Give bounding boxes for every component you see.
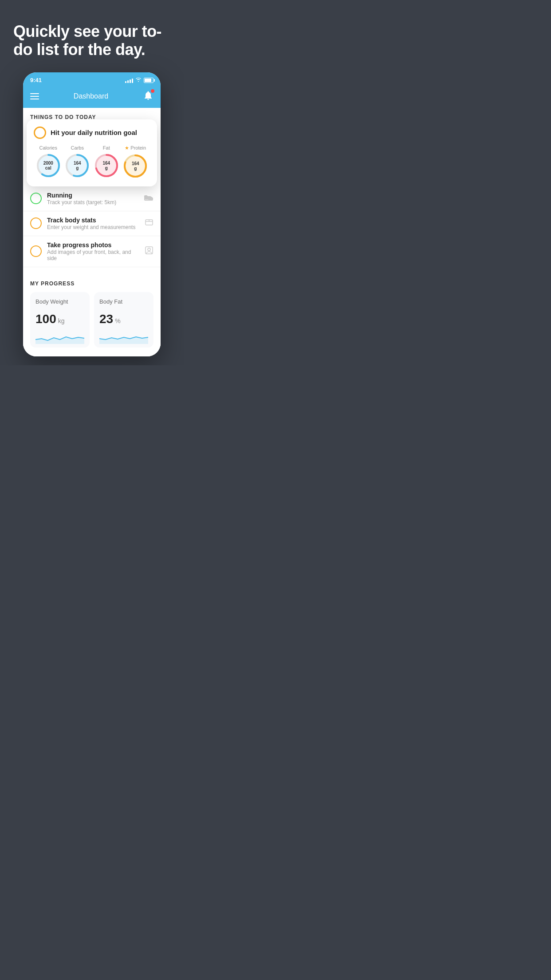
body-stats-subtitle: Enter your weight and measurements xyxy=(47,224,139,230)
body-stats-text: Track body stats Enter your weight and m… xyxy=(47,217,139,230)
calories-value: 2000cal xyxy=(43,161,53,170)
hero-title: Quickly see your to-do list for the day. xyxy=(13,22,170,59)
body-fat-chart xyxy=(99,331,148,344)
running-subtitle: Track your stats (target: 5km) xyxy=(47,199,138,205)
bottom-spacer xyxy=(0,356,184,365)
fat-item: Fat 164g xyxy=(93,145,120,179)
protein-chart: 164g xyxy=(122,153,149,179)
star-icon: ★ xyxy=(125,145,129,151)
card-title-row: Hit your daily nutrition goal xyxy=(34,126,150,139)
signal-bars-icon xyxy=(125,78,133,83)
svg-point-16 xyxy=(148,248,150,251)
signal-bar-3 xyxy=(130,79,131,83)
app-header: Dashboard xyxy=(23,87,161,108)
progress-cards: Body Weight 100 kg xyxy=(30,292,153,348)
body-fat-label: Body Fat xyxy=(99,298,148,305)
menu-line-2 xyxy=(30,96,39,97)
todo-item-photos[interactable]: Take progress photos Add images of your … xyxy=(23,236,161,267)
hamburger-menu-button[interactable] xyxy=(30,93,39,99)
body-stats-title: Track body stats xyxy=(47,217,139,224)
body-weight-chart xyxy=(35,331,84,344)
nutrition-card-title: Hit your daily nutrition goal xyxy=(51,129,137,136)
body-fat-value: 23 % xyxy=(99,312,148,326)
calories-label: Calories xyxy=(39,145,57,150)
protein-item: ★ Protein 164g xyxy=(122,145,149,179)
todo-item-body-stats[interactable]: Track body stats Enter your weight and m… xyxy=(23,211,161,236)
notification-dot xyxy=(151,89,154,93)
shoe-icon xyxy=(144,194,153,204)
scale-icon xyxy=(145,218,153,229)
nutrition-card: Hit your daily nutrition goal Calories xyxy=(27,119,157,186)
task-check-circle[interactable] xyxy=(34,126,46,139)
todo-item-running[interactable]: Running Track your stats (target: 5km) xyxy=(23,186,161,211)
signal-bar-4 xyxy=(132,79,133,83)
app-content: THINGS TO DO TODAY Hit your daily nutrit… xyxy=(23,108,161,356)
page-wrapper: Quickly see your to-do list for the day.… xyxy=(0,0,184,365)
battery-icon xyxy=(144,78,153,83)
running-text: Running Track your stats (target: 5km) xyxy=(47,192,138,205)
body-weight-card: Body Weight 100 kg xyxy=(30,292,90,348)
menu-line-1 xyxy=(30,93,39,94)
status-bar: 9:41 xyxy=(23,72,161,87)
carbs-chart: 164g xyxy=(64,152,91,179)
status-icons xyxy=(125,77,153,83)
body-stats-check-circle[interactable] xyxy=(30,217,42,229)
body-fat-card: Body Fat 23 % xyxy=(94,292,153,348)
photos-text: Take progress photos Add images of your … xyxy=(47,241,139,261)
fat-label: Fat xyxy=(103,145,110,150)
fat-value: 164g xyxy=(102,161,110,170)
body-weight-unit: kg xyxy=(58,317,65,324)
nutrition-grid: Calories 2000cal xyxy=(34,145,150,179)
fat-chart: 164g xyxy=(93,152,120,179)
menu-line-3 xyxy=(30,99,39,99)
calories-chart: 2000cal xyxy=(35,152,62,179)
running-check-circle[interactable] xyxy=(30,193,42,204)
progress-title: MY PROGRESS xyxy=(30,281,153,287)
signal-bar-2 xyxy=(127,80,129,83)
photos-title: Take progress photos xyxy=(47,241,139,249)
photos-check-circle[interactable] xyxy=(30,245,42,257)
status-time: 9:41 xyxy=(30,77,42,83)
progress-section: MY PROGRESS Body Weight 100 kg xyxy=(23,274,161,356)
carbs-label: Carbs xyxy=(71,145,84,150)
hero-section: Quickly see your to-do list for the day. xyxy=(0,0,184,68)
protein-label: ★ Protein xyxy=(125,145,146,151)
carbs-value: 164g xyxy=(74,161,81,170)
calories-item: Calories 2000cal xyxy=(35,145,62,179)
signal-bar-1 xyxy=(125,81,126,83)
photos-subtitle: Add images of your front, back, and side xyxy=(47,249,139,261)
body-fat-unit: % xyxy=(115,317,120,324)
carbs-item: Carbs 164g xyxy=(64,145,91,179)
body-weight-value: 100 kg xyxy=(35,312,84,326)
wifi-icon xyxy=(135,77,142,83)
notification-bell-button[interactable] xyxy=(143,90,153,103)
person-photo-icon xyxy=(145,246,153,257)
phone-frame: 9:41 xyxy=(23,72,161,356)
dashboard-title: Dashboard xyxy=(74,92,108,100)
battery-fill xyxy=(145,79,151,82)
phone-container: 9:41 xyxy=(0,68,184,356)
body-weight-label: Body Weight xyxy=(35,298,84,305)
running-title: Running xyxy=(47,192,138,199)
todo-list: Running Track your stats (target: 5km) xyxy=(23,186,161,267)
protein-value: 164g xyxy=(132,161,139,171)
